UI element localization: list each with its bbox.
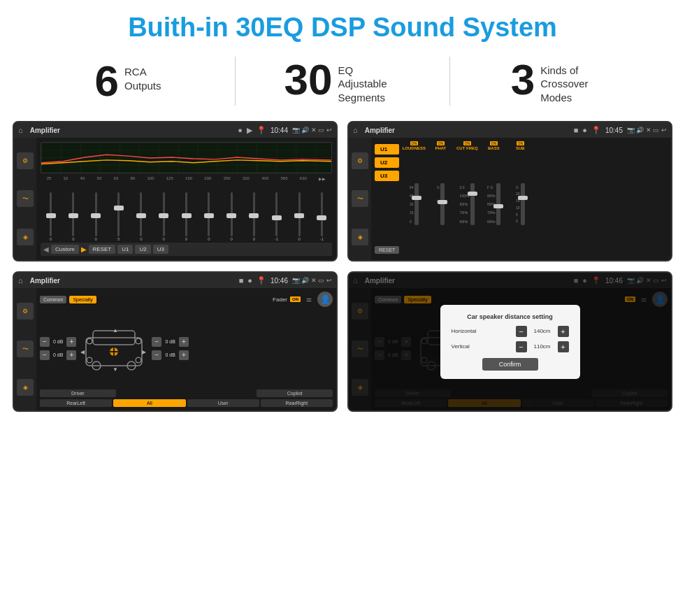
horizontal-minus[interactable]: − (516, 326, 527, 337)
home-icon-2: ⌂ (353, 126, 358, 134)
loudness-on[interactable]: ON (410, 141, 419, 145)
u3-preset[interactable]: U3 (375, 171, 399, 181)
bass-slider[interactable] (496, 183, 500, 225)
cutfreq-on[interactable]: ON (463, 141, 472, 145)
eq-slider-8[interactable]: 0 (222, 192, 242, 241)
horizontal-label: Horizontal (452, 328, 477, 334)
user-btn[interactable]: User (187, 399, 259, 407)
vertical-label: Vertical (452, 343, 470, 350)
fader-slider-icon: ⚌ (306, 296, 312, 303)
screen1-time: 10:44 (271, 127, 288, 134)
specialty-tab-3[interactable]: Specialty (69, 296, 96, 303)
cutfreq-channel: ON CUT FREQ 3.0100Hz80Hz70Hz60Hz (454, 141, 480, 257)
left-db-controls: − 0 dB + − 0 dB + (40, 337, 76, 360)
amp-screen2: ⚙ 〜 ◈ U1 U2 U3 RESET (349, 138, 671, 260)
screen-dialog: ⌂ Amplifier ■ ● 📍 10:46 📷 🔊 ✕ ▭ ↩ ⚙ 〜 ◈ … (347, 271, 672, 412)
home-icon-3: ⌂ (18, 276, 23, 285)
u3-btn-1[interactable]: U3 (153, 245, 168, 254)
vertical-control: − 110cm + (516, 341, 569, 352)
stat-eq: 30 EQ AdjustableSegments (257, 58, 428, 105)
eq-slider-7[interactable]: 0 (199, 192, 219, 241)
channel-sliders: ON LOUDNESS 644832160 (401, 141, 668, 257)
screen2-time: 10:45 (605, 127, 623, 134)
stat-crossover-number: 3 (511, 58, 535, 101)
reset-btn-1[interactable]: RESET (89, 245, 116, 254)
stat-eq-label: EQ AdjustableSegments (338, 58, 401, 105)
eq-slider-2[interactable]: 0 (86, 192, 106, 241)
amp2-sidebar-btn-3[interactable]: ◈ (352, 229, 368, 245)
amp2-sidebar-btn-2[interactable]: 〜 (352, 190, 368, 207)
left-bot-db: − 0 dB + (40, 350, 76, 360)
phat-on[interactable]: ON (437, 141, 445, 145)
u1-preset[interactable]: U1 (375, 144, 399, 155)
eq-slider-11[interactable]: 0 (289, 192, 309, 241)
sub-on[interactable]: ON (517, 141, 525, 145)
prev-arrow[interactable]: ◀ (43, 245, 49, 253)
left-top-minus[interactable]: − (40, 337, 50, 347)
eq-slider-0[interactable]: 0 (41, 192, 61, 241)
left-top-plus[interactable]: + (66, 337, 76, 347)
eq-slider-6[interactable]: 0 (176, 192, 196, 241)
amp3-sidebar-btn-1[interactable]: ⚙ (17, 303, 34, 320)
screen1-status-icons: 📷 🔊 ✕ ▭ ↩ (292, 127, 332, 134)
cutfreq-slider[interactable] (470, 183, 475, 225)
rearright-btn[interactable]: RearRight (261, 399, 333, 407)
reset-btn-2[interactable]: RESET (375, 246, 399, 254)
dot3-icon: ■ (239, 276, 244, 285)
dialog-overlay: Car speaker distance setting Horizontal … (349, 273, 671, 410)
horizontal-value: 140cm (530, 328, 555, 334)
bass-on[interactable]: ON (490, 141, 498, 145)
amp3-sidebar-btn-3[interactable]: ◈ (17, 379, 34, 396)
vertical-plus[interactable]: + (558, 341, 569, 352)
car-diagram: ▲ ▼ ◀ ▶ (79, 324, 149, 373)
eq-slider-5[interactable]: 0 (154, 192, 174, 241)
left-bot-minus[interactable]: − (40, 350, 50, 360)
phat-slider[interactable] (440, 183, 445, 225)
eq-sidebar-btn-3[interactable]: ◈ (17, 229, 34, 245)
horizontal-plus[interactable]: + (558, 326, 569, 337)
vertical-row: Vertical − 110cm + (452, 341, 569, 352)
amp2-sidebar-btn-1[interactable]: ⚙ (352, 152, 368, 169)
right-top-val: 0 dB (163, 339, 177, 344)
eq-slider-12[interactable]: -1 (312, 192, 332, 241)
amp3-top-row: Common Specialty Fader ON ⚌ 👤 (40, 292, 333, 307)
common-tab-3[interactable]: Common (40, 296, 66, 303)
u1-btn-1[interactable]: U1 (117, 245, 133, 254)
right-top-minus[interactable]: − (152, 337, 161, 347)
driver-btn[interactable]: Driver (40, 389, 116, 397)
person-icon[interactable]: 👤 (317, 292, 333, 307)
amp3-bottom-btns: Driver Copilot (40, 389, 333, 397)
play-btn[interactable]: ▶ (81, 245, 87, 253)
dot2-icon: ■ (574, 126, 579, 134)
stat-crossover: 3 Kinds ofCrossover Modes (471, 58, 643, 105)
amp3-sidebar-btn-2[interactable]: 〜 (17, 341, 34, 357)
eq-slider-4[interactable]: 0 (131, 192, 151, 241)
svg-point-8 (87, 357, 92, 363)
right-bot-minus[interactable]: − (152, 350, 161, 360)
eq-sidebar-btn-1[interactable]: ⚙ (17, 152, 34, 169)
eq-slider-9[interactable]: 0 (244, 192, 264, 241)
u2-btn-1[interactable]: U2 (135, 245, 150, 254)
left-bot-val: 0 dB (51, 352, 65, 357)
eq-slider-1[interactable]: 0 (63, 192, 83, 241)
fader-on[interactable]: ON (290, 296, 301, 302)
copilot-btn[interactable]: Copilot (257, 389, 333, 397)
loudness-slider[interactable] (414, 183, 419, 225)
eq-slider-10[interactable]: -1 (266, 192, 287, 241)
eq-sidebar-btn-2[interactable]: 〜 (17, 190, 34, 207)
u2-preset[interactable]: U2 (375, 157, 399, 168)
bass-channel: ON BASS F G90Hz80Hz70Hz60Hz (481, 141, 506, 257)
confirm-button[interactable]: Confirm (482, 358, 538, 371)
all-btn[interactable]: All (113, 399, 185, 407)
sub-slider[interactable] (521, 183, 525, 225)
left-bot-plus[interactable]: + (66, 350, 76, 360)
right-top-db: − 0 dB + (152, 337, 188, 347)
eq-slider-3[interactable]: 5 (108, 192, 129, 241)
eq-left-sidebar: ⚙ 〜 ◈ (14, 138, 36, 260)
custom-btn[interactable]: Custom (51, 245, 79, 254)
right-bot-plus[interactable]: + (179, 350, 189, 360)
vertical-minus[interactable]: − (516, 341, 527, 352)
right-top-plus[interactable]: + (179, 337, 189, 347)
rearleft-btn[interactable]: RearLeft (40, 399, 112, 407)
right-bot-val: 0 dB (163, 352, 177, 357)
